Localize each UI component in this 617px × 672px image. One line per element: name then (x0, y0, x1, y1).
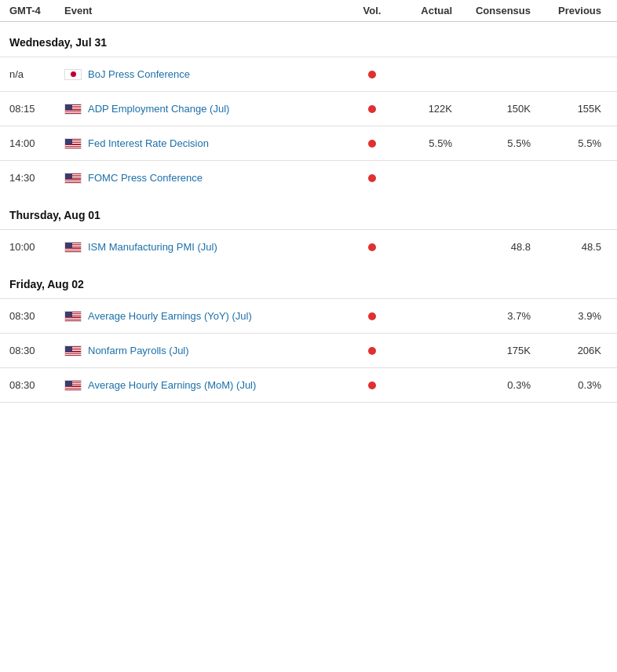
volatility-dot (368, 174, 376, 182)
event-actual: 5.5% (396, 137, 458, 149)
event-consensus: 175K (458, 345, 537, 356)
event-time: 08:15 (9, 103, 64, 115)
flag-us-icon (64, 138, 82, 149)
flag-us-icon (64, 311, 82, 322)
section-date-2: Friday, Aug 02 (0, 264, 617, 298)
event-name[interactable]: ISM Manufacturing PMI (Jul) (88, 241, 217, 253)
event-row: 14:00Fed Interest Rate Decision5.5%5.5%5… (0, 126, 617, 160)
flag-us-icon (64, 345, 82, 356)
event-name[interactable]: Average Hourly Earnings (YoY) (Jul) (88, 310, 252, 322)
event-row: 08:30Average Hourly Earnings (YoY) (Jul)… (0, 298, 617, 333)
event-wrapper: Average Hourly Earnings (YoY) (Jul) (64, 310, 349, 322)
volatility-dot (368, 140, 376, 148)
event-name[interactable]: ADP Employment Change (Jul) (88, 103, 229, 115)
volatility-dot (368, 347, 376, 355)
section-date-0: Wednesday, Jul 31 (0, 22, 617, 57)
table-header: GMT-4 Event Vol. Actual Consensus Previo… (0, 0, 617, 22)
event-vol (349, 243, 396, 251)
event-vol (349, 140, 396, 148)
event-wrapper: BoJ Press Conference (64, 68, 349, 80)
event-actual: 122K (396, 103, 458, 115)
event-previous: 0.3% (537, 379, 608, 391)
event-name[interactable]: FOMC Press Conference (88, 172, 203, 184)
event-vol (349, 105, 396, 113)
event-vol (349, 312, 396, 320)
event-name[interactable]: BoJ Press Conference (88, 68, 190, 80)
event-row: 10:00ISM Manufacturing PMI (Jul)48.848.5 (0, 229, 617, 264)
event-name[interactable]: Fed Interest Rate Decision (88, 137, 209, 149)
event-time: 08:30 (9, 345, 64, 356)
event-time: n/a (9, 68, 64, 80)
event-vol (349, 71, 396, 79)
event-vol (349, 347, 396, 355)
event-consensus: 0.3% (458, 379, 537, 391)
event-previous: 206K (537, 345, 608, 356)
event-previous: 48.5 (537, 241, 608, 253)
event-name[interactable]: Nonfarm Payrolls (Jul) (88, 345, 189, 356)
flag-us-icon (64, 242, 82, 253)
event-consensus: 3.7% (458, 310, 537, 322)
event-wrapper: ADP Employment Change (Jul) (64, 103, 349, 115)
section-date-1: Thursday, Aug 01 (0, 195, 617, 229)
flag-jp-icon (64, 69, 82, 80)
col-header-timezone: GMT-4 (9, 5, 64, 16)
col-header-consensus: Consensus (458, 5, 537, 16)
event-vol (349, 382, 396, 389)
volatility-dot (368, 105, 376, 113)
event-previous: 155K (537, 103, 608, 115)
event-previous: 5.5% (537, 137, 608, 149)
event-time: 08:30 (9, 310, 64, 322)
event-consensus: 150K (458, 103, 537, 115)
event-row: 08:30Average Hourly Earnings (MoM) (Jul)… (0, 367, 617, 403)
event-row: 14:30FOMC Press Conference (0, 160, 617, 195)
event-name[interactable]: Average Hourly Earnings (MoM) (Jul) (88, 379, 256, 391)
volatility-dot (368, 312, 376, 320)
event-time: 14:30 (9, 172, 64, 184)
flag-us-icon (64, 173, 82, 184)
volatility-dot (368, 382, 376, 389)
volatility-dot (368, 243, 376, 251)
event-wrapper: Nonfarm Payrolls (Jul) (64, 345, 349, 356)
col-header-event: Event (64, 5, 349, 16)
col-header-actual: Actual (396, 5, 458, 16)
sections-container: Wednesday, Jul 31n/aBoJ Press Conference… (0, 22, 617, 403)
event-wrapper: FOMC Press Conference (64, 172, 349, 184)
col-header-vol: Vol. (349, 5, 396, 16)
event-row: 08:30Nonfarm Payrolls (Jul)175K206K (0, 333, 617, 367)
flag-us-icon (64, 380, 82, 391)
event-wrapper: Fed Interest Rate Decision (64, 137, 349, 149)
event-wrapper: ISM Manufacturing PMI (Jul) (64, 241, 349, 253)
event-time: 14:00 (9, 137, 64, 149)
volatility-dot (368, 71, 376, 79)
event-wrapper: Average Hourly Earnings (MoM) (Jul) (64, 379, 349, 391)
event-time: 10:00 (9, 241, 64, 253)
event-consensus: 48.8 (458, 241, 537, 253)
event-time: 08:30 (9, 379, 64, 391)
event-consensus: 5.5% (458, 137, 537, 149)
event-row: n/aBoJ Press Conference (0, 57, 617, 91)
col-header-previous: Previous (537, 5, 608, 16)
event-previous: 3.9% (537, 310, 608, 322)
event-row: 08:15ADP Employment Change (Jul)122K150K… (0, 91, 617, 126)
event-vol (349, 174, 396, 182)
flag-us-icon (64, 104, 82, 115)
